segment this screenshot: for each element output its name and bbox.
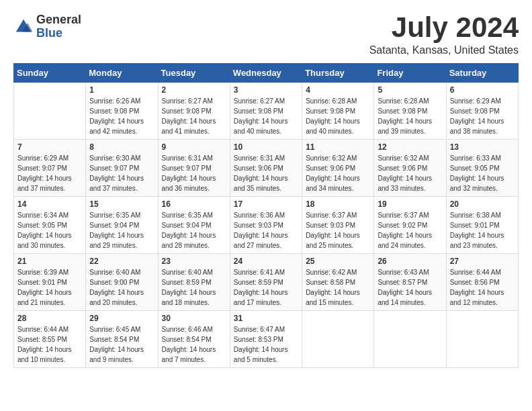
day-number: 18 [306,199,370,209]
day-number: 6 [450,85,515,95]
day-number: 28 [17,314,82,323]
calendar-cell-w3-d2: 15 Sunrise: 6:35 AMSunset: 9:04 PMDaylig… [86,197,158,254]
day-number: 17 [234,199,298,209]
day-info: Sunrise: 6:26 AMSunset: 9:08 PMDaylight:… [89,97,144,135]
header-tuesday: Tuesday [158,64,230,83]
calendar-cell-w3-d5: 18 Sunrise: 6:37 AMSunset: 9:03 PMDaylig… [302,197,374,254]
day-info: Sunrise: 6:46 AMSunset: 8:54 PMDaylight:… [162,326,216,363]
day-info: Sunrise: 6:44 AMSunset: 8:56 PMDaylight:… [450,269,504,306]
calendar-cell-w4-d1: 21 Sunrise: 6:39 AMSunset: 9:01 PMDaylig… [14,254,86,311]
calendar-cell-w2-d3: 9 Sunrise: 6:31 AMSunset: 9:07 PMDayligh… [158,140,230,197]
day-number: 30 [162,314,226,323]
calendar-cell-w2-d6: 12 Sunrise: 6:32 AMSunset: 9:06 PMDaylig… [374,140,446,197]
calendar-cell-w4-d4: 24 Sunrise: 6:41 AMSunset: 8:59 PMDaylig… [230,254,302,311]
day-number: 3 [234,85,298,95]
calendar-cell-w5-d6 [374,311,446,368]
day-number: 10 [234,142,298,152]
day-info: Sunrise: 6:29 AMSunset: 9:07 PMDaylight:… [17,154,72,192]
calendar-cell-w5-d3: 30 Sunrise: 6:46 AMSunset: 8:54 PMDaylig… [158,311,230,368]
day-number: 24 [234,257,298,266]
day-info: Sunrise: 6:37 AMSunset: 9:02 PMDaylight:… [378,212,432,249]
header-sunday: Sunday [14,64,86,83]
calendar-cell-w2-d2: 8 Sunrise: 6:30 AMSunset: 9:07 PMDayligh… [86,140,158,197]
calendar-cell-w4-d2: 22 Sunrise: 6:40 AMSunset: 9:00 PMDaylig… [86,254,158,311]
day-number: 22 [89,257,154,266]
header: General Blue July 2024 Satanta, Kansas, … [13,13,519,56]
day-number: 21 [17,257,82,266]
day-info: Sunrise: 6:45 AMSunset: 8:54 PMDaylight:… [89,326,144,363]
day-info: Sunrise: 6:31 AMSunset: 9:07 PMDaylight:… [162,154,216,192]
day-number: 8 [89,142,154,152]
day-number: 13 [450,142,515,152]
calendar-cell-w4-d7: 27 Sunrise: 6:44 AMSunset: 8:56 PMDaylig… [446,254,518,311]
calendar-cell-w3-d4: 17 Sunrise: 6:36 AMSunset: 9:03 PMDaylig… [230,197,302,254]
day-number: 15 [89,199,154,209]
calendar-cell-w4-d3: 23 Sunrise: 6:40 AMSunset: 8:59 PMDaylig… [158,254,230,311]
logo-blue: Blue [36,27,81,40]
day-info: Sunrise: 6:28 AMSunset: 9:08 PMDaylight:… [378,97,432,135]
calendar-week-3: 14 Sunrise: 6:34 AMSunset: 9:05 PMDaylig… [14,197,519,254]
day-info: Sunrise: 6:44 AMSunset: 8:55 PMDaylight:… [17,326,72,363]
day-number: 2 [162,85,226,95]
calendar-cell-w4-d5: 25 Sunrise: 6:42 AMSunset: 8:58 PMDaylig… [302,254,374,311]
day-number: 25 [306,257,370,266]
day-info: Sunrise: 6:28 AMSunset: 9:08 PMDaylight:… [306,97,360,135]
calendar-header-row: Sunday Monday Tuesday Wednesday Thursday… [14,64,519,83]
day-number: 19 [378,199,442,209]
logo-icon [13,17,34,37]
day-info: Sunrise: 6:39 AMSunset: 9:01 PMDaylight:… [17,269,72,306]
day-info: Sunrise: 6:32 AMSunset: 9:06 PMDaylight:… [306,154,360,192]
day-info: Sunrise: 6:34 AMSunset: 9:05 PMDaylight:… [17,212,72,249]
day-info: Sunrise: 6:27 AMSunset: 9:08 PMDaylight:… [234,97,288,135]
calendar-cell-w1-d5: 4 Sunrise: 6:28 AMSunset: 9:08 PMDayligh… [302,83,374,140]
day-number: 11 [306,142,370,152]
calendar-cell-w5-d7 [446,311,518,368]
calendar-cell-w1-d6: 5 Sunrise: 6:28 AMSunset: 9:08 PMDayligh… [374,83,446,140]
calendar-cell-w1-d4: 3 Sunrise: 6:27 AMSunset: 9:08 PMDayligh… [230,83,302,140]
calendar-cell-w5-d5 [302,311,374,368]
main-title: July 2024 [369,13,519,42]
calendar-cell-w3-d7: 20 Sunrise: 6:38 AMSunset: 9:01 PMDaylig… [446,197,518,254]
header-wednesday: Wednesday [230,64,302,83]
day-number: 26 [378,257,442,266]
calendar-cell-w3-d3: 16 Sunrise: 6:35 AMSunset: 9:04 PMDaylig… [158,197,230,254]
day-number: 12 [378,142,442,152]
calendar-week-1: 1 Sunrise: 6:26 AMSunset: 9:08 PMDayligh… [14,83,519,140]
calendar-cell-w2-d7: 13 Sunrise: 6:33 AMSunset: 9:05 PMDaylig… [446,140,518,197]
day-info: Sunrise: 6:32 AMSunset: 9:06 PMDaylight:… [378,154,432,192]
day-info: Sunrise: 6:36 AMSunset: 9:03 PMDaylight:… [234,212,288,249]
calendar-cell-w2-d4: 10 Sunrise: 6:31 AMSunset: 9:06 PMDaylig… [230,140,302,197]
day-number: 7 [17,142,82,152]
day-number: 23 [162,257,226,266]
logo-text: General Blue [36,13,81,40]
calendar-week-5: 28 Sunrise: 6:44 AMSunset: 8:55 PMDaylig… [14,311,519,368]
logo-general: General [36,13,81,27]
day-info: Sunrise: 6:37 AMSunset: 9:03 PMDaylight:… [306,212,360,249]
calendar-cell-w2-d1: 7 Sunrise: 6:29 AMSunset: 9:07 PMDayligh… [14,140,86,197]
calendar-cell-w3-d6: 19 Sunrise: 6:37 AMSunset: 9:02 PMDaylig… [374,197,446,254]
day-info: Sunrise: 6:41 AMSunset: 8:59 PMDaylight:… [234,269,288,306]
day-number: 31 [234,314,298,323]
day-info: Sunrise: 6:30 AMSunset: 9:07 PMDaylight:… [89,154,144,192]
header-thursday: Thursday [302,64,374,83]
day-info: Sunrise: 6:31 AMSunset: 9:06 PMDaylight:… [234,154,288,192]
day-info: Sunrise: 6:35 AMSunset: 9:04 PMDaylight:… [89,212,144,249]
day-info: Sunrise: 6:40 AMSunset: 8:59 PMDaylight:… [162,269,216,306]
calendar-cell-w2-d5: 11 Sunrise: 6:32 AMSunset: 9:06 PMDaylig… [302,140,374,197]
day-info: Sunrise: 6:29 AMSunset: 9:08 PMDaylight:… [450,97,504,135]
calendar-cell-w4-d6: 26 Sunrise: 6:43 AMSunset: 8:57 PMDaylig… [374,254,446,311]
calendar: Sunday Monday Tuesday Wednesday Thursday… [13,63,519,368]
day-number: 16 [162,199,226,209]
calendar-cell-w1-d3: 2 Sunrise: 6:27 AMSunset: 9:08 PMDayligh… [158,83,230,140]
day-number: 4 [306,85,370,95]
header-friday: Friday [374,64,446,83]
calendar-cell-w5-d2: 29 Sunrise: 6:45 AMSunset: 8:54 PMDaylig… [86,311,158,368]
header-monday: Monday [86,64,158,83]
calendar-cell-w3-d1: 14 Sunrise: 6:34 AMSunset: 9:05 PMDaylig… [14,197,86,254]
day-number: 1 [89,85,154,95]
calendar-week-2: 7 Sunrise: 6:29 AMSunset: 9:07 PMDayligh… [14,140,519,197]
subtitle: Satanta, Kansas, United States [369,44,519,56]
day-info: Sunrise: 6:40 AMSunset: 9:00 PMDaylight:… [89,269,144,306]
day-number: 5 [378,85,442,95]
calendar-cell-w1-d2: 1 Sunrise: 6:26 AMSunset: 9:08 PMDayligh… [86,83,158,140]
